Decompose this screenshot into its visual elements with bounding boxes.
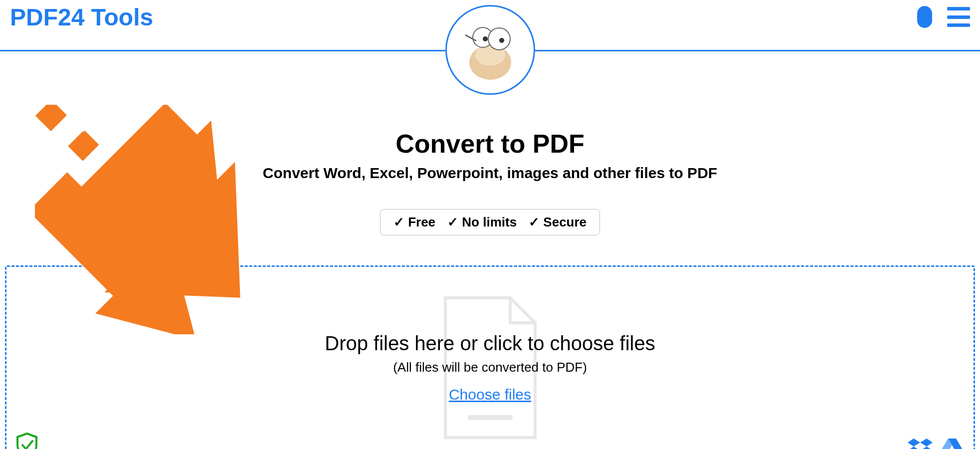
mascot-icon: [445, 5, 535, 95]
svg-point-3: [488, 28, 510, 50]
page-title: Convert to PDF: [0, 129, 980, 159]
security-shield-icon[interactable]: [15, 433, 38, 449]
google-drive-icon[interactable]: [940, 438, 965, 449]
file-dropzone[interactable]: Drop files here or click to choose files…: [5, 265, 975, 449]
pill-icon[interactable]: [917, 6, 932, 28]
badge-nolimits: ✓ No limits: [447, 215, 517, 230]
logo[interactable]: PDF24 Tools: [10, 3, 153, 31]
badge-free: ✓ Free: [393, 215, 435, 230]
dropbox-icon[interactable]: [908, 438, 933, 449]
svg-point-5: [499, 38, 504, 43]
hamburger-menu-icon[interactable]: [947, 7, 970, 27]
badge-secure: ✓ Secure: [529, 215, 587, 230]
dropzone-title: Drop files here or click to choose files: [325, 332, 655, 355]
dropzone-subtitle: (All files will be converted to PDF): [393, 360, 587, 375]
svg-point-4: [483, 36, 488, 41]
page-subtitle: Convert Word, Excel, Powerpoint, images …: [0, 165, 980, 182]
feature-badges: ✓ Free ✓ No limits ✓ Secure: [380, 209, 600, 235]
choose-files-link[interactable]: Choose files: [449, 386, 531, 403]
